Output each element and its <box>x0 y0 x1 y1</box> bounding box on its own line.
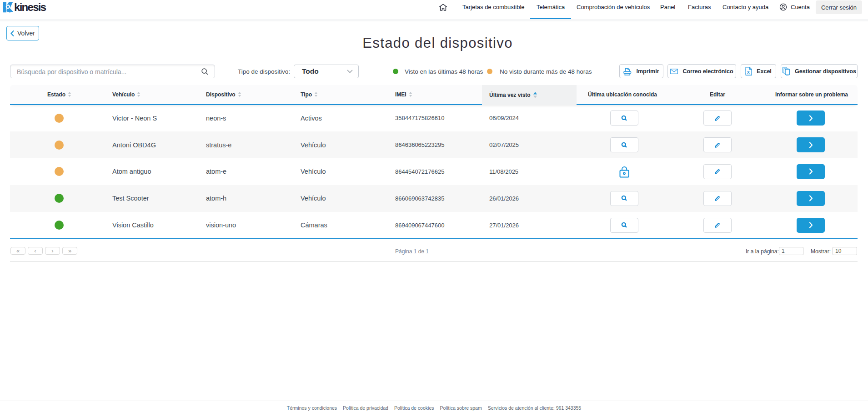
svg-text:x: x <box>747 69 750 75</box>
